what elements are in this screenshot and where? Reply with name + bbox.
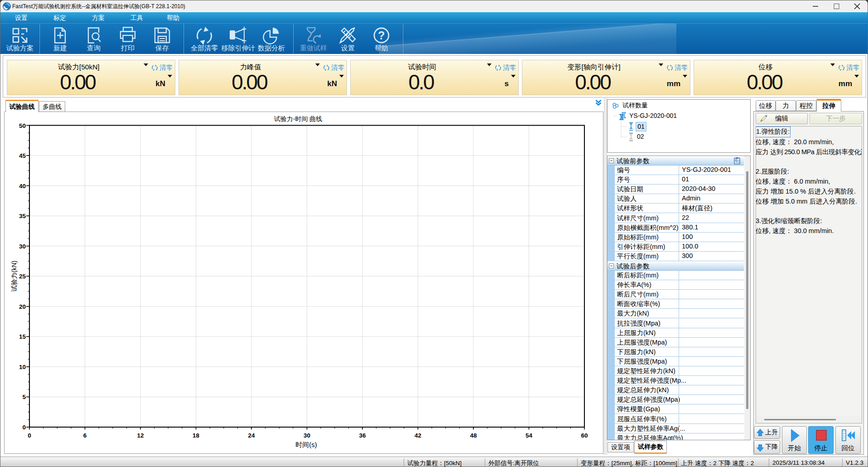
svg-text:35: 35 bbox=[19, 213, 26, 219]
svg-text:12: 12 bbox=[137, 432, 144, 439]
svg-text:30: 30 bbox=[304, 432, 310, 439]
svg-text:试验力(kN): 试验力(kN) bbox=[10, 261, 18, 292]
svg-text:30: 30 bbox=[19, 243, 26, 250]
svg-text:?: ? bbox=[378, 29, 385, 42]
svg-text:15: 15 bbox=[19, 333, 26, 340]
svg-text:48: 48 bbox=[470, 432, 477, 439]
svg-text:0: 0 bbox=[28, 432, 31, 439]
svg-text:45: 45 bbox=[19, 152, 26, 159]
svg-text:时间(s): 时间(s) bbox=[295, 441, 317, 448]
svg-text:18: 18 bbox=[193, 432, 200, 439]
svg-text:36: 36 bbox=[359, 432, 366, 439]
svg-text:24: 24 bbox=[248, 432, 255, 439]
svg-text:试验力-时间 曲线: 试验力-时间 曲线 bbox=[274, 115, 323, 122]
svg-text:54: 54 bbox=[526, 432, 533, 439]
svg-text:50: 50 bbox=[19, 122, 26, 129]
svg-text:60: 60 bbox=[581, 432, 588, 439]
svg-text:0: 0 bbox=[22, 424, 26, 431]
svg-text:5: 5 bbox=[22, 394, 26, 400]
svg-text:42: 42 bbox=[415, 432, 421, 439]
svg-text:10: 10 bbox=[19, 364, 26, 370]
svg-text:40: 40 bbox=[19, 183, 26, 190]
svg-text:20: 20 bbox=[19, 303, 26, 310]
svg-text:25: 25 bbox=[19, 273, 26, 280]
svg-text:6: 6 bbox=[83, 432, 87, 439]
